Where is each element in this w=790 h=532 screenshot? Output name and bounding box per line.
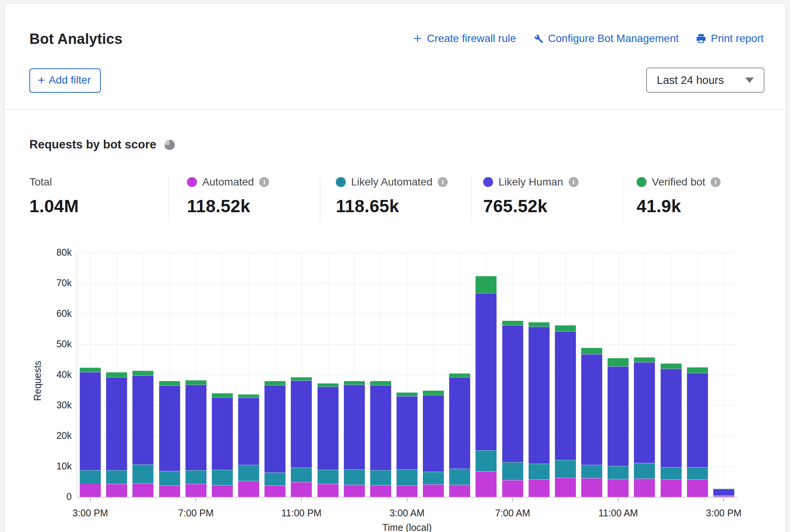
bar-segment-likely-human[interactable] <box>370 385 391 470</box>
bar-segment-automated[interactable] <box>318 484 339 497</box>
bar-segment-likely-human[interactable] <box>502 325 523 462</box>
bar-segment-likely-human[interactable] <box>634 362 655 463</box>
bar-segment-automated[interactable] <box>132 483 153 497</box>
add-filter-button[interactable]: + Add filter <box>29 68 101 93</box>
bar-segment-likely-human[interactable] <box>212 397 233 470</box>
bar-segment-likely-human[interactable] <box>423 395 444 472</box>
bar-segment-likely-human[interactable] <box>291 380 312 468</box>
print-report-link[interactable]: Print report <box>696 32 764 45</box>
bar-segment-verified-bot[interactable] <box>344 381 365 385</box>
bar-segment-verified-bot[interactable] <box>132 371 153 376</box>
bar-segment-likely-automated[interactable] <box>608 466 629 479</box>
bar-segment-verified-bot[interactable] <box>687 367 708 373</box>
bar-segment-verified-bot[interactable] <box>397 392 418 396</box>
bar-segment-automated[interactable] <box>502 480 523 497</box>
bar-segment-verified-bot[interactable] <box>529 322 550 327</box>
bar-segment-likely-automated[interactable] <box>581 465 602 478</box>
bar-segment-automated[interactable] <box>159 485 180 497</box>
bar-segment-likely-automated[interactable] <box>132 464 153 483</box>
bar-segment-likely-automated[interactable] <box>423 472 444 485</box>
bar-segment-likely-automated[interactable] <box>212 470 233 485</box>
bar-segment-automated[interactable] <box>344 485 365 497</box>
bar-segment-likely-automated[interactable] <box>318 470 339 484</box>
bar-segment-automated[interactable] <box>212 485 233 497</box>
bar-segment-automated[interactable] <box>264 485 285 497</box>
bar-segment-likely-human[interactable] <box>687 373 708 467</box>
bar-segment-automated[interactable] <box>661 479 682 497</box>
bar-segment-likely-automated[interactable] <box>185 470 206 484</box>
bar-segment-verified-bot[interactable] <box>555 325 576 331</box>
bar-segment-verified-bot[interactable] <box>80 368 101 372</box>
bar-segment-automated[interactable] <box>423 484 444 497</box>
create-firewall-rule-link[interactable]: Create firewall rule <box>413 32 516 45</box>
bar-segment-automated[interactable] <box>291 482 312 497</box>
bar-segment-likely-human[interactable] <box>80 372 101 471</box>
bar-segment-likely-automated[interactable] <box>502 462 523 480</box>
bar-segment-verified-bot[interactable] <box>502 321 523 326</box>
bar-segment-likely-automated[interactable] <box>106 470 127 484</box>
bar-segment-verified-bot[interactable] <box>159 381 180 385</box>
bar-segment-verified-bot[interactable] <box>423 390 444 395</box>
bar-segment-likely-human[interactable] <box>713 489 734 496</box>
info-icon[interactable]: i <box>711 177 721 187</box>
bar-segment-likely-human[interactable] <box>238 398 259 465</box>
bar-segment-likely-human[interactable] <box>185 385 206 470</box>
info-icon[interactable]: i <box>569 177 579 187</box>
bar-segment-likely-automated[interactable] <box>80 470 101 484</box>
bar-segment-verified-bot[interactable] <box>212 393 233 397</box>
bar-segment-automated[interactable] <box>185 484 206 497</box>
bar-segment-automated[interactable] <box>713 496 734 497</box>
bar-segment-verified-bot[interactable] <box>661 363 682 369</box>
bar-segment-automated[interactable] <box>397 485 418 497</box>
bar-segment-likely-human[interactable] <box>661 369 682 467</box>
bar-segment-likely-automated[interactable] <box>529 464 550 480</box>
bar-segment-automated[interactable] <box>608 479 629 497</box>
bar-segment-verified-bot[interactable] <box>318 383 339 387</box>
bar-segment-likely-automated[interactable] <box>397 469 418 485</box>
bar-segment-likely-automated[interactable] <box>661 467 682 479</box>
bar-segment-verified-bot[interactable] <box>581 348 602 355</box>
bar-segment-likely-human[interactable] <box>159 385 180 471</box>
bar-segment-likely-automated[interactable] <box>238 465 259 481</box>
bar-segment-likely-human[interactable] <box>476 293 497 450</box>
bar-segment-likely-human[interactable] <box>555 331 576 460</box>
info-icon[interactable]: i <box>259 177 269 187</box>
bar-segment-automated[interactable] <box>529 479 550 497</box>
bar-segment-automated[interactable] <box>449 485 470 497</box>
bar-segment-verified-bot[interactable] <box>106 372 127 377</box>
bar-segment-likely-human[interactable] <box>397 396 418 469</box>
bar-segment-likely-human[interactable] <box>344 385 365 469</box>
bar-segment-verified-bot[interactable] <box>608 358 629 366</box>
configure-bot-management-link[interactable]: Configure Bot Management <box>533 32 679 45</box>
bar-segment-likely-automated[interactable] <box>264 472 285 485</box>
bar-segment-likely-human[interactable] <box>608 366 629 466</box>
bar-segment-automated[interactable] <box>634 479 655 497</box>
bar-segment-verified-bot[interactable] <box>185 380 206 385</box>
time-range-select[interactable]: Last 24 hours <box>646 68 764 93</box>
bar-segment-likely-human[interactable] <box>106 377 127 470</box>
bar-segment-likely-automated[interactable] <box>555 460 576 478</box>
bar-segment-verified-bot[interactable] <box>634 357 655 363</box>
bar-segment-likely-human[interactable] <box>581 354 602 465</box>
bar-segment-likely-automated[interactable] <box>687 467 708 479</box>
bar-segment-likely-human[interactable] <box>449 377 470 468</box>
bar-segment-likely-automated[interactable] <box>476 450 497 471</box>
bar-segment-verified-bot[interactable] <box>449 373 470 377</box>
bar-segment-verified-bot[interactable] <box>291 377 312 381</box>
bar-segment-verified-bot[interactable] <box>264 381 285 385</box>
bar-segment-automated[interactable] <box>476 471 497 497</box>
bar-segment-automated[interactable] <box>238 481 259 497</box>
bar-segment-likely-human[interactable] <box>132 376 153 464</box>
bar-segment-likely-human[interactable] <box>264 385 285 472</box>
bar-segment-likely-automated[interactable] <box>634 463 655 479</box>
info-icon[interactable]: i <box>438 177 448 187</box>
bar-segment-likely-human[interactable] <box>318 387 339 470</box>
bar-segment-verified-bot[interactable] <box>476 276 497 293</box>
bar-segment-likely-automated[interactable] <box>159 471 180 485</box>
bar-segment-automated[interactable] <box>80 484 101 497</box>
bar-segment-likely-automated[interactable] <box>370 470 391 485</box>
bar-segment-likely-automated[interactable] <box>713 495 734 496</box>
bar-segment-automated[interactable] <box>370 485 391 497</box>
bar-segment-automated[interactable] <box>555 478 576 497</box>
bar-segment-likely-human[interactable] <box>529 327 550 464</box>
